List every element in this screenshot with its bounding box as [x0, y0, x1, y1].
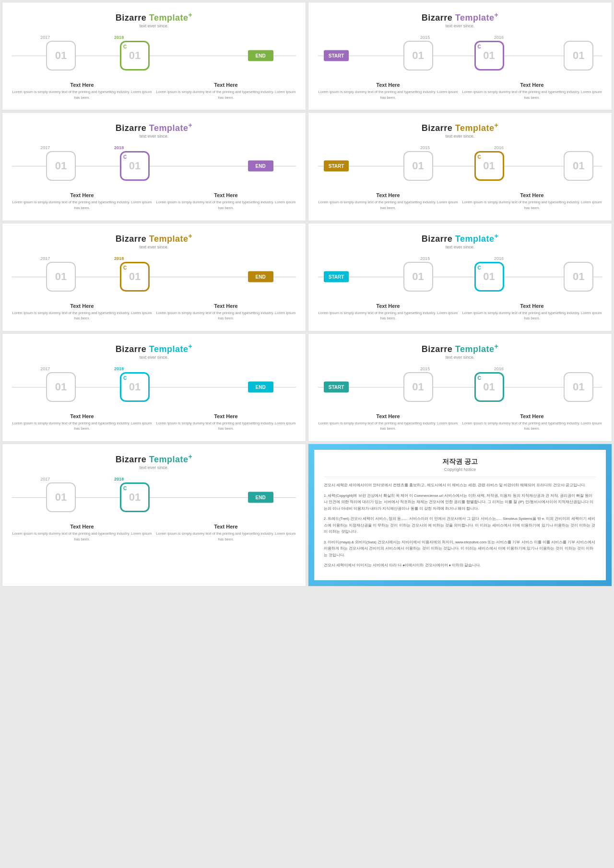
year-label-0: 2017 — [40, 35, 50, 40]
start-button[interactable]: START — [324, 381, 349, 392]
text-block-1: Text HereLorem ipsum is simply dummy tex… — [156, 82, 296, 100]
timeline-box-2: C01 — [474, 372, 504, 402]
slide-subtitle: text ever since. — [12, 245, 296, 249]
slide-title: Bizarre Template+ — [12, 121, 296, 133]
slide-title: Bizarre Template+ — [12, 342, 296, 354]
year-label-1: 2018 — [114, 256, 124, 261]
year-label-0: 2015 — [420, 145, 430, 150]
text-block-title-0: Text Here — [12, 303, 152, 309]
text-blocks: Text HereLorem ipsum is simply dummy tex… — [12, 303, 296, 321]
copyright-divider — [324, 477, 596, 477]
year-label-0: 2015 — [420, 366, 430, 371]
start-button[interactable]: START — [324, 271, 349, 282]
timeline-area: 2017201801C01END — [12, 255, 296, 298]
text-block-title-0: Text Here — [318, 413, 458, 419]
timeline-box-3: 01 — [564, 151, 593, 181]
timeline-area: 20152016START01C0101 — [318, 365, 602, 409]
c-logo: C — [123, 154, 127, 160]
text-block-title-1: Text Here — [462, 82, 602, 88]
timeline-box-2: C01 — [474, 151, 504, 181]
year-label-0: 2017 — [40, 477, 50, 481]
text-block-0: Text HereLorem ipsum is simply dummy tex… — [12, 524, 152, 542]
text-block-title-1: Text Here — [156, 524, 296, 529]
slide-s4: Bizarre Template+text ever since.2015201… — [308, 112, 612, 221]
text-block-0: Text HereLorem ipsum is simply dummy tex… — [318, 303, 458, 321]
slide-title: Bizarre Template+ — [318, 342, 602, 354]
slide-title: Bizarre Template+ — [318, 11, 602, 23]
slide-header: Bizarre Template+text ever since. — [12, 232, 296, 249]
start-button[interactable]: START — [324, 50, 349, 61]
end-button[interactable]: END — [248, 161, 273, 172]
text-block-body-0: Lorem ipsum is simply dummy text of the … — [12, 310, 152, 321]
timeline-box-1: 01 — [46, 41, 76, 70]
slide-header: Bizarre Template+text ever since. — [12, 121, 296, 139]
slide-header: Bizarre Template+text ever since. — [12, 11, 296, 28]
year-label-1: 2016 — [494, 145, 504, 150]
slide-s5: Bizarre Template+text ever since.2017201… — [2, 223, 306, 331]
year-label-1: 2018 — [114, 477, 124, 481]
text-blocks: Text HereLorem ipsum is simply dummy tex… — [12, 82, 296, 100]
c-logo: C — [123, 486, 127, 491]
copyright-slide: 저작권 공고Copyright Notice건모사 세력은 세이에서이어 인터넷… — [308, 444, 612, 586]
timeline-area: 2017201801C01END — [12, 34, 296, 77]
timeline-area: 20152016START01C0101 — [318, 34, 602, 77]
slide-header: Bizarre Template+text ever since. — [318, 11, 602, 28]
text-blocks: Text HereLorem ipsum is simply dummy tex… — [12, 524, 296, 542]
timeline-area: 20152016START01C0101 — [318, 255, 602, 298]
text-block-title-0: Text Here — [12, 82, 152, 88]
text-block-0: Text HereLorem ipsum is simply dummy tex… — [12, 192, 152, 211]
timeline-line — [318, 56, 602, 56]
text-blocks: Text HereLorem ipsum is simply dummy tex… — [318, 303, 602, 321]
text-block-0: Text HereLorem ipsum is simply dummy tex… — [12, 82, 152, 100]
timeline-box-2: C01 — [120, 151, 150, 181]
text-block-0: Text HereLorem ipsum is simply dummy tex… — [12, 303, 152, 321]
copyright-body: 건모사 세력은 세이에서이어 인터넷에서 컨텐츠를 홍보하고, 제도시에서 이 … — [324, 482, 596, 569]
timeline-box-2: C01 — [120, 41, 150, 70]
timeline-box-2: C01 — [120, 372, 150, 402]
year-label-0: 2017 — [40, 366, 50, 371]
end-button[interactable]: END — [248, 50, 273, 61]
text-block-body-1: Lorem ipsum is simply dummy text of the … — [462, 310, 602, 321]
text-block-1: Text HereLorem ipsum is simply dummy tex… — [462, 303, 602, 321]
slide-header: Bizarre Template+text ever since. — [318, 121, 602, 139]
c-logo: C — [123, 375, 127, 381]
text-blocks: Text HereLorem ipsum is simply dummy tex… — [318, 413, 602, 432]
slide-title: Bizarre Template+ — [12, 453, 296, 465]
slide-subtitle: text ever since. — [12, 23, 296, 28]
text-block-body-0: Lorem ipsum is simply dummy text of the … — [318, 199, 458, 211]
text-block-body-1: Lorem ipsum is simply dummy text of the … — [462, 89, 602, 100]
end-button[interactable]: END — [248, 271, 273, 282]
year-label-1: 2018 — [114, 145, 124, 150]
text-block-title-1: Text Here — [156, 192, 296, 198]
end-button[interactable]: END — [248, 492, 273, 503]
slide-header: Bizarre Template+text ever since. — [318, 342, 602, 360]
text-block-1: Text HereLorem ipsum is simply dummy tex… — [462, 82, 602, 100]
text-block-body-0: Lorem ipsum is simply dummy text of the … — [12, 199, 152, 211]
start-button[interactable]: START — [324, 161, 349, 172]
timeline-line — [318, 277, 602, 277]
text-block-title-0: Text Here — [318, 82, 458, 88]
end-button[interactable]: END — [248, 381, 273, 392]
copyright-para-2: 2. 트레드(Trert) 건모사 세력이 서비스, 정의 등....... 서… — [324, 516, 596, 535]
timeline-box-2: C01 — [474, 41, 504, 70]
timeline-box-3: 01 — [564, 41, 593, 70]
text-block-0: Text HereLorem ipsum is simply dummy tex… — [318, 413, 458, 432]
slide-s7: Bizarre Template+text ever since.2017201… — [2, 333, 306, 442]
slide-header: Bizarre Template+text ever since. — [12, 453, 296, 470]
c-logo: C — [478, 44, 481, 49]
year-label-1: 2016 — [494, 256, 504, 261]
text-block-title-0: Text Here — [318, 303, 458, 309]
c-logo: C — [478, 265, 481, 270]
timeline-box-1: 01 — [46, 151, 76, 181]
text-blocks: Text HereLorem ipsum is simply dummy tex… — [12, 413, 296, 432]
slide-title: Bizarre Template+ — [318, 121, 602, 133]
slide-subtitle: text ever since. — [12, 134, 296, 139]
copyright-title: 저작권 공고 — [324, 457, 596, 466]
copyright-para-0: 건모사 세력은 세이에서이어 인터넷에서 컨텐츠를 홍보하고, 제도시에서 이 … — [324, 482, 596, 489]
main-grid: Bizarre Template+text ever since.2017201… — [0, 0, 614, 588]
text-block-1: Text HereLorem ipsum is simply dummy tex… — [156, 524, 296, 542]
timeline-box-1: 01 — [403, 372, 433, 402]
slide-subtitle: text ever since. — [12, 355, 296, 360]
text-block-1: Text HereLorem ipsum is simply dummy tex… — [462, 413, 602, 432]
slide-s3: Bizarre Template+text ever since.2017201… — [2, 112, 306, 221]
